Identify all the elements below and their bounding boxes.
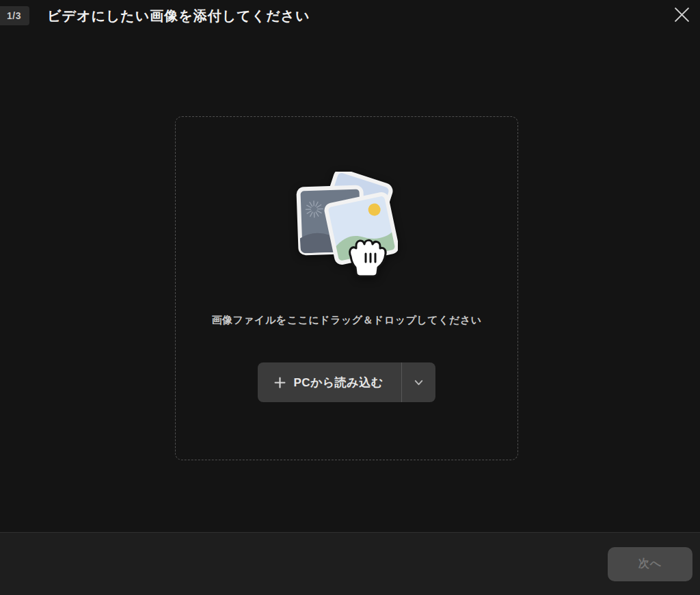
- photo-stack-illustration: [295, 172, 398, 281]
- page-title: ビデオにしたい画像を添付してください: [47, 7, 310, 25]
- close-icon: [673, 6, 690, 25]
- dropzone-instruction: 画像ファイルをここにドラッグ＆ドロップしてください: [211, 314, 481, 327]
- dialog-footer: 次へ: [0, 532, 700, 595]
- import-split-button: PCから読み込む: [258, 362, 435, 402]
- dialog-header: 1/3 ビデオにしたい画像を添付してください: [0, 0, 700, 31]
- grab-hand-icon: [350, 240, 386, 276]
- import-options-button[interactable]: [402, 362, 435, 402]
- chevron-down-icon: [413, 377, 425, 388]
- image-dropzone[interactable]: 画像ファイルをここにドラッグ＆ドロップしてください PCから読み込む: [175, 116, 518, 460]
- step-badge: 1/3: [0, 6, 29, 25]
- close-button[interactable]: [670, 4, 693, 27]
- plus-icon: [274, 377, 286, 388]
- import-from-pc-button[interactable]: PCから読み込む: [258, 362, 401, 402]
- next-button[interactable]: 次へ: [608, 547, 692, 581]
- import-button-label: PCから読み込む: [293, 375, 383, 391]
